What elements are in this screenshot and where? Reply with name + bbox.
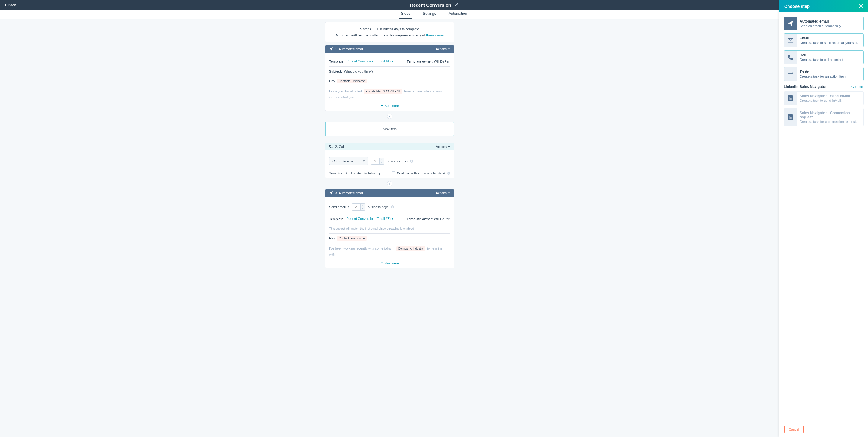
- panel-title: Choose step: [784, 4, 809, 9]
- tab-steps[interactable]: Steps: [399, 9, 412, 19]
- chevron-left-icon: [4, 4, 7, 7]
- page-title: Recent Conversion: [410, 2, 451, 7]
- back-button[interactable]: Back: [4, 3, 16, 7]
- tab-automation[interactable]: Automation: [447, 9, 469, 19]
- title-wrap: Recent Conversion: [410, 2, 458, 7]
- tabs: Steps Settings Automation: [0, 10, 868, 19]
- close-button[interactable]: [859, 4, 863, 9]
- back-label: Back: [8, 3, 16, 7]
- choose-step-panel: Choose step Automated emailSend an email…: [779, 0, 868, 19]
- option-automated-email[interactable]: Automated emailSend an email automatical…: [784, 16, 864, 19]
- pencil-icon[interactable]: [454, 3, 458, 7]
- top-bar: Back Recent Conversion: [0, 0, 868, 10]
- close-icon: [859, 4, 863, 8]
- tab-settings[interactable]: Settings: [421, 9, 438, 19]
- panel-body: Automated emailSend an email automatical…: [779, 12, 868, 19]
- panel-header: Choose step: [779, 0, 868, 12]
